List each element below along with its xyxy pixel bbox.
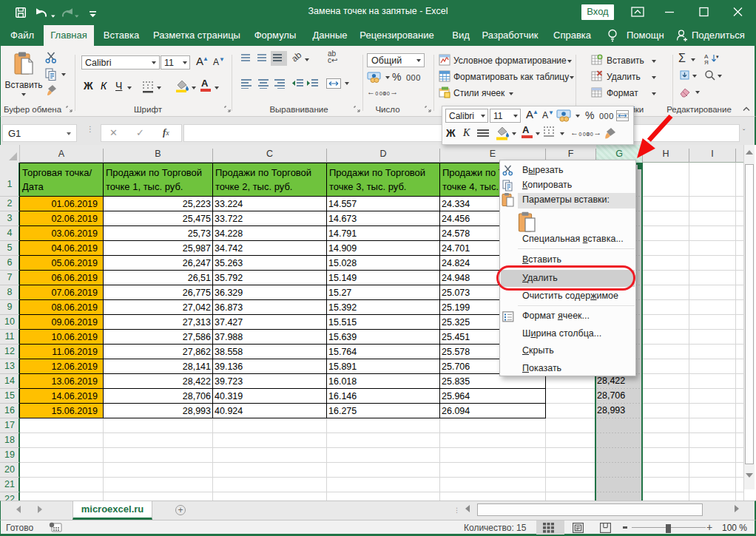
- svg-text:Я: Я: [704, 59, 709, 65]
- svg-text:▾: ▾: [716, 54, 719, 59]
